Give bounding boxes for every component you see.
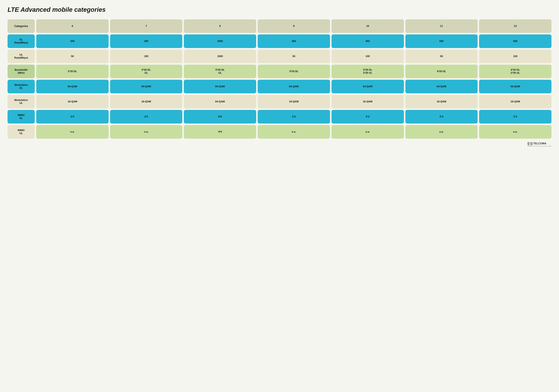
header-col-7: 7 [110,19,182,33]
cell-dl-col11: 600 [405,34,478,48]
row-header-bw: Bandwidth (MHz) [8,65,35,78]
header-col-10: 10 [332,19,404,33]
cell-mimodl-col11: 2*2 [405,110,478,123]
wifi-icon: ((·)) [527,142,532,145]
footer: ((·)) TELCOMA CERTIFICATIONS SINCE 2009 [8,142,551,147]
cell-mimodl-col10: 2*2 [332,110,404,123]
row-header-moddl: Modulation DL [8,80,35,93]
cell-mimoul-col10: n.a. [332,125,404,139]
cell-modul-col9: 16-QAM [258,95,330,108]
cell-ul-col10: 100 [332,49,404,63]
row-header-modul: Modulation UL [8,95,35,108]
header-col-12: 12 [479,19,551,33]
cell-modul-col12: 16-QAM [479,95,551,108]
cell-moddl-col10: 64-QAM [332,80,404,93]
header-col-9: 9 [258,19,330,33]
cell-mimoul-col9: n.a. [258,125,330,139]
page-title: LTE Advanced mobile categories [8,6,551,13]
brand-section: ((·)) TELCOMA CERTIFICATIONS SINCE 2009 [527,142,551,147]
cell-mimoul-col7: n.a. [110,125,182,139]
cell-dl-col10: 450 [332,34,404,48]
cell-mimodl-col12: 2*2 [479,110,551,123]
cell-mimodl-col6: 2*2 [36,110,109,123]
cell-bw-col11: 4*20 DL [405,65,478,78]
cell-modul-col7: 16-QAM [110,95,182,108]
cell-moddl-col8: 64-QAM [184,80,256,93]
cell-moddl-col7: 64-QAM [110,80,182,93]
cell-ul-col11: 50 [405,49,478,63]
row-header-mimoul: MIMO UL [8,125,35,139]
cell-bw-col12: 4*20 DL 2*20 UL [479,65,551,78]
cell-ul-col8: 1500 [184,49,256,63]
cell-moddl-col9: 64-QAM [258,80,330,93]
cell-mimodl-col9: 2*2 [258,110,330,123]
main-table: Categories6789101112DL Rate(Mbps)3003003… [8,19,551,139]
cell-mimoul-col8: 4*4 [184,125,256,139]
cell-mimodl-col8: 8*8 [184,110,256,123]
cell-modul-col8: 64-QAM [184,95,256,108]
cell-dl-col7: 300 [110,34,182,48]
cell-ul-col12: 100 [479,49,551,63]
cell-dl-col8: 3000 [184,34,256,48]
header-col-6: 6 [36,19,109,33]
cell-ul-col7: 100 [110,49,182,63]
cell-dl-col12: 600 [479,34,551,48]
cell-moddl-col11: 64-QAM [405,80,478,93]
header-col-11: 11 [405,19,478,33]
cell-dl-col9: 450 [258,34,330,48]
header-col-8: 8 [184,19,256,33]
row-header-mimodl: MIMO DL [8,110,35,123]
header-categories: Categories [8,19,35,33]
cell-modul-col11: 16-QAM [405,95,478,108]
row-header-dl: DL Rate(Mbps) [8,34,35,48]
cell-moddl-col12: 64-QAM [479,80,551,93]
brand-label: TELCOMA [533,142,546,145]
row-header-ul: UL Rate(Mbps) [8,49,35,63]
cell-mimoul-col12: n.a. [479,125,551,139]
cell-ul-col9: 50 [258,49,330,63]
cell-moddl-col6: 64-QAM [36,80,109,93]
cell-dl-col6: 300 [36,34,109,48]
cell-mimoul-col11: n.a. [405,125,478,139]
cell-bw-col8: 5*20 DL UL [184,65,256,78]
cell-bw-col7: 2*20 DL UL [110,65,182,78]
cell-bw-col6: 2*20 DL [36,65,109,78]
brand-sub: CERTIFICATIONS SINCE 2009 [527,145,551,147]
cell-modul-col6: 16-QAM [36,95,109,108]
brand-name: ((·)) TELCOMA [527,142,551,145]
cell-modul-col10: 16-QAM [332,95,404,108]
cell-mimoul-col6: n.a. [36,125,109,139]
cell-mimodl-col7: 2*2 [110,110,182,123]
cell-ul-col6: 50 [36,49,109,63]
cell-bw-col9: 3*20 DL [258,65,330,78]
cell-bw-col10: 3*20 DL 2*20 UL [332,65,404,78]
